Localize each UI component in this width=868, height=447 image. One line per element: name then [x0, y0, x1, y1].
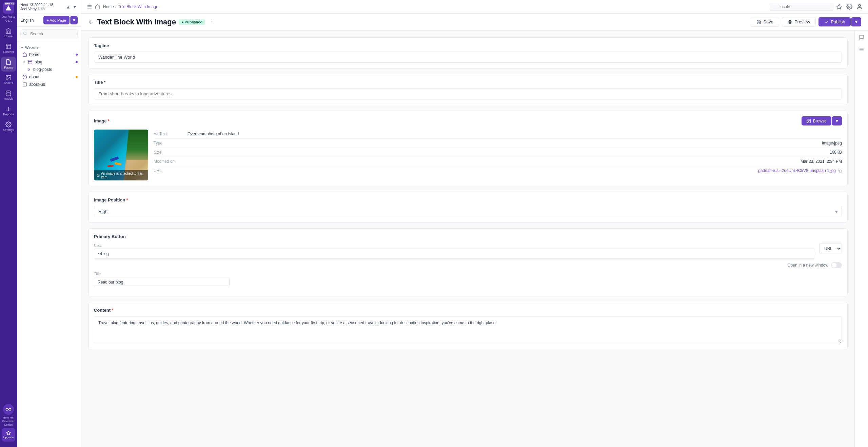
user-info-row: Next 13 2022-11-18 Joel Varty USA: [20, 3, 63, 11]
url-type-select[interactable]: URL: [819, 243, 842, 254]
content-section: Content * Travel blog featuring travel t…: [88, 302, 848, 350]
breadcrumb-home[interactable]: Home: [103, 4, 114, 9]
svg-point-35: [789, 21, 791, 23]
sidebar-bottom: days left Developer Edition Upgrade: [0, 404, 17, 444]
image-position-select[interactable]: Left Right Center: [94, 206, 842, 217]
title-label: Title *: [94, 80, 842, 85]
sidebar-item-content[interactable]: Content: [1, 41, 16, 56]
new-window-toggle[interactable]: [831, 262, 842, 268]
top-nav-right: [836, 4, 863, 10]
svg-point-18: [28, 69, 30, 71]
next-label: Next 13 2022-11-18: [20, 3, 53, 7]
left-panel: Next 13 2022-11-18 Joel Varty USA ▲ ▼ En…: [17, 0, 81, 447]
add-page-button[interactable]: + Add Page: [43, 16, 70, 24]
svg-point-32: [212, 19, 212, 20]
sidebar-item-reports[interactable]: Reports: [1, 103, 16, 118]
user-icon[interactable]: [856, 4, 863, 10]
search-input[interactable]: [20, 30, 78, 38]
modified-label: Modified on: [154, 159, 188, 164]
svg-line-13: [26, 34, 26, 35]
image-label: Image *: [94, 118, 110, 123]
boat1: [110, 156, 119, 161]
size-label: Size: [154, 150, 188, 155]
tree-item-blog[interactable]: blog: [17, 58, 81, 66]
svg-marker-0: [6, 5, 12, 11]
upgrade-button[interactable]: Upgrade: [2, 428, 15, 442]
image-section: Image * Browse ▼: [88, 111, 848, 186]
url-row: URL gaddafi-rusli-2ueUnL4CkV8-unsplash 1…: [154, 166, 842, 175]
sidebar-item-models[interactable]: Models: [1, 88, 16, 103]
tree-item-about[interactable]: about: [17, 73, 81, 81]
tree-section-label[interactable]: Website: [17, 44, 81, 51]
back-button[interactable]: [88, 19, 94, 25]
sidebar-item-pages[interactable]: Pages: [1, 57, 16, 72]
user-name: Joel Varty: [20, 7, 37, 11]
search-icon: [23, 32, 27, 37]
pb-url-input[interactable]: [94, 249, 815, 259]
size-row: Size 168KB: [154, 148, 842, 157]
url-link[interactable]: gaddafi-rusli-2ueUnL4CkV8-unsplash 1.jpg: [758, 168, 836, 173]
save-button[interactable]: Save: [751, 17, 779, 27]
list-icon-button[interactable]: [857, 45, 866, 54]
alt-text-input[interactable]: [188, 132, 842, 136]
image-required: *: [108, 118, 110, 123]
top-bar-left: Next 13 2022-11-18 Joel Varty USA ▲ ▼: [17, 0, 81, 14]
add-page-dropdown-button[interactable]: ▼: [70, 16, 78, 24]
boat3: [107, 165, 114, 167]
app-logo[interactable]: Beta V1: [3, 3, 14, 14]
more-options-button[interactable]: [208, 17, 216, 26]
content-right-wrapper: Tagline Title * Im: [81, 31, 868, 447]
chat-icon-button[interactable]: [857, 33, 866, 41]
pb-title-input[interactable]: [94, 277, 230, 287]
title-input[interactable]: [94, 88, 842, 99]
breadcrumb-sep: ›: [115, 4, 117, 9]
page-header: Text Block With Image ● Published Save P…: [81, 14, 868, 31]
svg-rect-22: [23, 83, 27, 86]
home-nav-icon[interactable]: [95, 4, 100, 9]
svg-point-10: [8, 124, 9, 125]
locale-bar: English + Add Page ▼: [17, 14, 81, 27]
tree-item-blog-posts[interactable]: blog-posts: [17, 66, 81, 73]
main-area: Home › Text Block With Image Text Block …: [81, 0, 868, 447]
sidebar-item-home[interactable]: Home: [1, 25, 16, 40]
svg-rect-16: [28, 60, 32, 64]
publish-dropdown-button[interactable]: ▼: [851, 17, 861, 26]
days-left-label: days left Developer Edition: [0, 416, 17, 427]
publish-button[interactable]: Publish: [818, 17, 851, 26]
breadcrumb: Home › Text Block With Image: [103, 4, 767, 9]
tagline-input[interactable]: [94, 52, 842, 63]
copy-icon[interactable]: [838, 169, 842, 173]
tagline-label: Tagline: [94, 43, 842, 48]
image-header: Image * Browse ▼: [94, 116, 842, 125]
title-section: Title *: [88, 74, 848, 105]
preview-button[interactable]: Preview: [782, 17, 816, 27]
image-content: An image is attached to this item. Alt T…: [94, 130, 842, 180]
nav-down-button[interactable]: ▼: [72, 4, 78, 10]
browse-button[interactable]: Browse: [802, 116, 831, 125]
nav-up-button[interactable]: ▲: [65, 4, 71, 10]
hamburger-icon[interactable]: [87, 4, 92, 9]
new-window-label: Open in a new window: [787, 263, 828, 268]
home-dot: [76, 54, 78, 56]
search-bar: [17, 27, 81, 41]
right-icons-panel: [854, 31, 868, 447]
tree-item-home[interactable]: home: [17, 51, 81, 58]
sidebar-item-settings[interactable]: Settings: [1, 119, 16, 134]
svg-point-5: [7, 77, 8, 77]
pb-title-row: Title: [94, 272, 842, 287]
nav-arrows: ▲ ▼: [65, 4, 78, 10]
svg-marker-15: [23, 62, 25, 63]
svg-point-33: [212, 21, 212, 22]
svg-point-39: [98, 175, 98, 175]
image-caption: An image is attached to this item.: [94, 170, 148, 180]
tagline-section: Tagline: [88, 37, 848, 69]
tree-item-about-us[interactable]: about-us: [17, 81, 81, 88]
sidebar-item-assets[interactable]: Assets: [1, 72, 16, 87]
star-icon[interactable]: [836, 4, 842, 10]
top-search-input[interactable]: [770, 3, 833, 11]
add-page-group: + Add Page ▼: [43, 16, 78, 24]
content-textarea[interactable]: Travel blog featuring travel tips, guide…: [94, 316, 842, 343]
settings-icon[interactable]: [846, 4, 852, 10]
pb-url-field: URL: [94, 243, 815, 259]
browse-dropdown-button[interactable]: ▼: [832, 116, 842, 125]
